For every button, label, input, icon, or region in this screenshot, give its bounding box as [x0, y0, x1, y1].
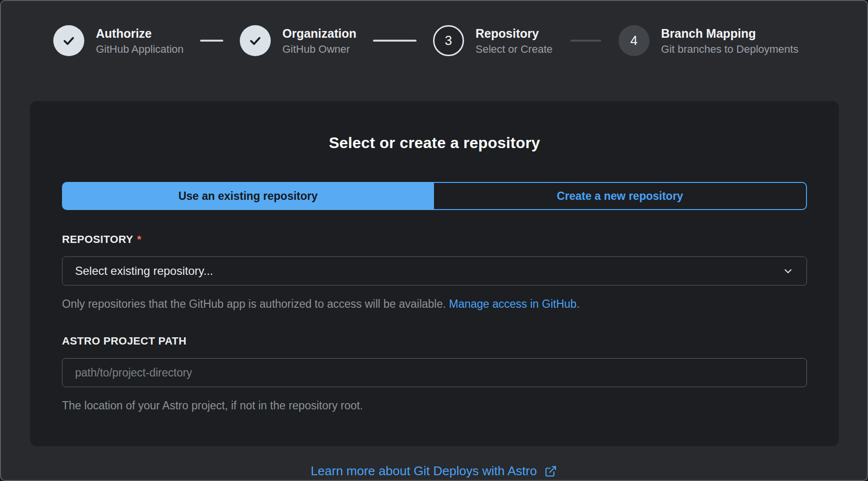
step-authorize-text: Authorize GitHub Application — [96, 26, 184, 56]
repository-select[interactable]: Select existing repository... — [62, 256, 807, 286]
step-authorize: Authorize GitHub Application — [53, 25, 184, 56]
repository-field-label: REPOSITORY * — [62, 233, 807, 246]
repository-step-card: Select or create a repository Use an exi… — [30, 101, 839, 446]
wizard-stepper: Authorize GitHub Application Organizatio… — [53, 25, 867, 56]
project-path-input[interactable] — [62, 358, 807, 387]
step-number-circle: 3 — [433, 25, 464, 56]
chevron-down-icon — [782, 265, 794, 277]
step-subtitle: Git branches to Deployments — [661, 43, 799, 56]
step-branch-mapping: 4 Branch Mapping Git branches to Deploym… — [619, 25, 799, 56]
step-subtitle: GitHub Owner — [282, 43, 356, 56]
project-path-helper-text: The location of your Astro project, if n… — [62, 398, 807, 413]
repository-select-value: Select existing repository... — [75, 264, 213, 278]
project-path-field-label: ASTRO PROJECT PATH — [62, 335, 807, 347]
manage-access-link[interactable]: Manage access in GitHub. — [449, 298, 580, 310]
step-subtitle: Select or Create — [476, 43, 553, 56]
step-title: Repository — [476, 26, 553, 42]
step-organization-text: Organization GitHub Owner — [282, 26, 356, 56]
page-title: Select or create a repository — [62, 134, 807, 152]
learn-more-label: Learn more about Git Deploys with Astro — [311, 464, 537, 479]
step-complete-check-icon — [53, 25, 84, 56]
tab-create-repository[interactable]: Create a new repository — [434, 182, 807, 210]
step-number-circle: 4 — [619, 25, 650, 56]
repository-helper-body: Only repositories that the GitHub app is… — [62, 298, 446, 310]
step-connector — [570, 40, 601, 42]
step-connector — [200, 40, 223, 42]
step-branch-mapping-text: Branch Mapping Git branches to Deploymen… — [661, 26, 799, 56]
tab-existing-repository[interactable]: Use an existing repository — [62, 182, 434, 210]
project-path-label-text: ASTRO PROJECT PATH — [62, 335, 186, 347]
project-path-helper-body: The location of your Astro project, if n… — [62, 399, 363, 412]
step-organization: Organization GitHub Owner — [240, 25, 356, 56]
step-connector — [373, 40, 417, 42]
learn-more-link[interactable]: Learn more about Git Deploys with Astro — [1, 464, 867, 479]
step-repository: 3 Repository Select or Create — [433, 25, 553, 56]
step-subtitle: GitHub Application — [96, 43, 184, 56]
repository-helper-text: Only repositories that the GitHub app is… — [62, 296, 807, 312]
step-title: Organization — [282, 26, 356, 42]
step-repository-text: Repository Select or Create — [476, 26, 553, 56]
step-complete-check-icon — [240, 25, 271, 56]
step-title: Authorize — [96, 26, 184, 42]
required-marker: * — [137, 233, 141, 246]
repository-mode-toggle: Use an existing repository Create a new … — [62, 182, 807, 210]
external-link-icon — [544, 465, 557, 478]
step-title: Branch Mapping — [661, 26, 799, 42]
repository-label-text: REPOSITORY — [62, 233, 133, 246]
setup-wizard-window: Authorize GitHub Application Organizatio… — [0, 0, 868, 481]
